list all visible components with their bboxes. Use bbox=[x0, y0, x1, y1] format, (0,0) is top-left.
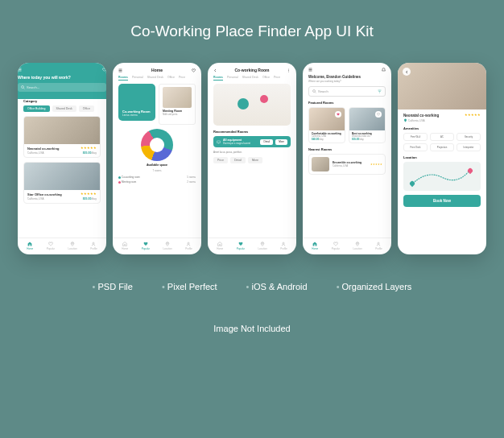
nav-popular[interactable]: Popular bbox=[142, 242, 150, 250]
nav-popular[interactable]: Popular bbox=[332, 242, 340, 250]
chart-legend: Co-working room 5 rooms bbox=[118, 176, 196, 179]
nav-location[interactable]: Location bbox=[258, 242, 266, 250]
filter-tabs: Rooms Personal Shared Desk Office Price bbox=[118, 76, 196, 81]
tab-rooms[interactable]: Rooms bbox=[118, 76, 128, 81]
back-button[interactable] bbox=[403, 68, 411, 76]
svg-point-2 bbox=[93, 242, 94, 244]
search-input[interactable]: Search... bbox=[18, 83, 106, 92]
tab-office[interactable]: Office bbox=[262, 76, 270, 81]
chip-detail[interactable]: Detail bbox=[230, 157, 246, 163]
feature-subtitle: Lectus viverra bbox=[122, 114, 150, 117]
search-placeholder: Search... bbox=[27, 85, 39, 89]
feature-layers: Organized Layers bbox=[337, 282, 412, 291]
chart-legend: Meeting room 2 rooms bbox=[118, 180, 196, 184]
tab-price[interactable]: Price bbox=[274, 76, 280, 81]
description-text: Amet lacus purus, porttitor. bbox=[213, 151, 291, 154]
menu-icon[interactable] bbox=[18, 68, 22, 72]
feature-subtitle: Nibh sed porta bbox=[163, 113, 192, 116]
featured-card[interactable]: Comfortable co-working California, USA $… bbox=[308, 107, 345, 143]
equipment-card[interactable]: All equipment Daremque a magna laoreet D… bbox=[213, 136, 291, 147]
listing-price: $35.00/day bbox=[83, 151, 97, 155]
nav-profile[interactable]: Profile bbox=[185, 242, 192, 250]
chip-office[interactable]: Office bbox=[79, 105, 94, 112]
listing-location: California, USA bbox=[27, 151, 44, 155]
svg-point-1 bbox=[72, 243, 73, 245]
menu-icon[interactable] bbox=[118, 68, 122, 72]
listing-card[interactable]: Neonatal co-working ★★★★★ California, US… bbox=[23, 116, 101, 158]
nearest-item[interactable]: Ensemble co-working California, USA ★★★★… bbox=[308, 154, 386, 175]
featured-card[interactable]: Best co-working Wakanda ordoo ora $35.00… bbox=[349, 107, 386, 143]
detail-button[interactable]: Detail bbox=[260, 139, 273, 145]
nearest-label: Nearest Rooms bbox=[308, 147, 386, 151]
heart-icon[interactable] bbox=[192, 68, 196, 72]
room-illustration bbox=[213, 84, 291, 126]
amenity-projection: Projection bbox=[430, 143, 454, 151]
monitor-icon bbox=[217, 140, 221, 144]
amenities-grid: Free Wi-fi AC Security Free Drink Projec… bbox=[403, 133, 481, 151]
back-icon[interactable] bbox=[213, 68, 217, 72]
more-button[interactable]: More bbox=[275, 139, 287, 145]
location-map[interactable] bbox=[403, 162, 481, 191]
feature-pixel: Pixel Perfect bbox=[162, 282, 217, 291]
nav-home[interactable]: Home bbox=[27, 242, 33, 250]
detail-location: California, USA bbox=[403, 118, 481, 122]
tab-personal[interactable]: Personal bbox=[227, 76, 238, 81]
tab-rooms[interactable]: Rooms bbox=[213, 76, 223, 81]
feature-thumbnail bbox=[163, 87, 192, 108]
nav-location[interactable]: Location bbox=[353, 242, 361, 250]
favorite-button[interactable] bbox=[335, 111, 341, 118]
chip-more[interactable]: More bbox=[248, 157, 262, 163]
bell-icon[interactable] bbox=[382, 68, 386, 72]
svg-point-3 bbox=[167, 243, 168, 245]
search-input[interactable]: Search bbox=[308, 86, 386, 97]
welcome-prompt: Where are you working today? bbox=[308, 80, 386, 83]
nearest-subtitle: California, USA bbox=[333, 164, 367, 167]
nav-location[interactable]: Location bbox=[68, 242, 76, 250]
nav-profile[interactable]: Profile bbox=[375, 242, 382, 250]
chip-office-building[interactable]: Office Building bbox=[23, 105, 50, 112]
listing-image bbox=[24, 117, 100, 144]
nav-profile[interactable]: Profile bbox=[90, 242, 97, 250]
page-title: Co-Working Place Finder App UI Kit bbox=[130, 23, 374, 40]
search-prompt: Where today you will work? bbox=[18, 75, 106, 80]
nav-home[interactable]: Home bbox=[217, 242, 223, 250]
rating-stars: ★★★★★ bbox=[370, 163, 382, 166]
nav-profile[interactable]: Profile bbox=[280, 242, 287, 250]
detail-title: Neonatal co-working bbox=[403, 114, 439, 118]
svg-point-7 bbox=[288, 71, 289, 72]
nav-home[interactable]: Home bbox=[122, 242, 128, 250]
nav-home[interactable]: Home bbox=[312, 242, 318, 250]
recommended-label: Recommended Rooms bbox=[213, 130, 291, 134]
filter-icon[interactable] bbox=[378, 89, 382, 93]
tab-office[interactable]: Office bbox=[167, 76, 175, 81]
tab-personal[interactable]: Personal bbox=[132, 76, 143, 81]
nav-popular[interactable]: Popular bbox=[237, 242, 245, 250]
menu-icon[interactable] bbox=[308, 68, 312, 72]
pin-icon bbox=[403, 118, 407, 122]
heart-icon[interactable] bbox=[102, 68, 106, 72]
nav-popular[interactable]: Popular bbox=[47, 242, 55, 250]
amenities-label: Amenities bbox=[403, 126, 481, 130]
svg-point-10 bbox=[283, 242, 284, 244]
listing-title: Neonatal co-working bbox=[27, 147, 59, 151]
tab-price[interactable]: Price bbox=[179, 76, 185, 81]
tab-shared[interactable]: Shared Desk bbox=[147, 76, 163, 81]
feature-meeting-card[interactable]: Meeting Room Nibh sed porta bbox=[159, 84, 196, 125]
phone-screen-search: Where today you will work? Search... Cat… bbox=[18, 63, 106, 254]
nav-location[interactable]: Location bbox=[163, 242, 171, 250]
chip-shared-desk[interactable]: Shared Desk bbox=[52, 105, 76, 112]
bottom-nav: Home Popular Location Profile bbox=[303, 238, 391, 254]
featured-price: $35.00/day bbox=[352, 138, 382, 141]
featured-label: Featured Rooms bbox=[308, 101, 386, 105]
listing-card[interactable]: Star Office co-working ★★★★★ California,… bbox=[23, 162, 101, 204]
book-now-button[interactable]: Book Now bbox=[403, 195, 481, 207]
feature-coworking-card[interactable]: Co-working Room Lectus viverra bbox=[118, 84, 155, 121]
svg-point-5 bbox=[288, 68, 289, 69]
search-icon bbox=[21, 85, 25, 89]
bottom-nav: Home Popular Location Profile bbox=[208, 238, 296, 254]
more-icon[interactable] bbox=[287, 68, 291, 72]
chip-price[interactable]: Price bbox=[213, 157, 228, 163]
tab-shared[interactable]: Shared Desk bbox=[242, 76, 258, 81]
favorite-button[interactable] bbox=[375, 111, 382, 118]
feature-psd: PSD File bbox=[93, 282, 133, 291]
